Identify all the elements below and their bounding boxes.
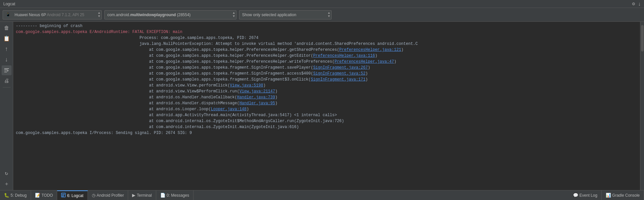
debug-tab[interactable]: 🐛 5: Debug <box>0 190 31 200</box>
app-package-prefix: com.android. <box>107 13 130 17</box>
debug-icon: 🐛 <box>4 193 9 198</box>
tab-spacer <box>194 190 569 200</box>
scrollbar[interactable] <box>640 22 644 190</box>
tab-right-items: 💬 Event Log 📊 Gradle Console <box>569 190 644 200</box>
svg-rect-4 <box>62 194 65 195</box>
sidebar: 🗑 📋 ↑ ↓ 🖨 ↻ ＋ <box>0 22 13 190</box>
title-bar: Logcat ⚙ ↓ <box>0 0 644 8</box>
log-line: at android.os.Looper.loop(Looper.java:14… <box>16 106 637 112</box>
messages-icon: 📄 <box>160 193 165 198</box>
logcat-icon <box>61 193 66 198</box>
todo-icon: 📝 <box>35 193 40 198</box>
device-selector[interactable]: 📱 Huawei Nexus 6P Android 7.1.2, API 25 … <box>3 10 102 19</box>
download-icon[interactable]: ↓ <box>638 1 641 7</box>
svg-rect-6 <box>62 196 64 197</box>
refresh-button[interactable]: ↻ <box>2 168 12 178</box>
gradle-console-tab-label: Gradle Console <box>612 193 640 198</box>
title-bar-left: Logcat <box>3 2 15 6</box>
settings-icon[interactable]: ⚙ <box>632 2 635 6</box>
app-selector-arrows: ▲▼ <box>233 12 235 18</box>
terminal-icon: ▶ <box>132 193 135 198</box>
gradle-icon: 📊 <box>606 193 611 198</box>
log-line: at com.google.samples.apps.topeka.fragme… <box>16 71 637 77</box>
profiler-tab-label: Android Profiler <box>97 193 124 198</box>
logcat-tab-label: 6: Logcat <box>67 193 83 198</box>
log-line: at com.android.internal.os.ZygoteInit$Me… <box>16 118 637 124</box>
filter-selector-text: Show only selected application <box>239 13 304 17</box>
app-package-bold: multiwindowplayground <box>130 13 176 17</box>
svg-rect-2 <box>4 72 7 72</box>
log-line: java.lang.NullPointerException: Attempt … <box>16 41 637 47</box>
scrollbar-thumb[interactable] <box>641 25 644 51</box>
log-line: at android.os.Handler.handleCallback(Han… <box>16 94 637 100</box>
todo-tab-label: TODO <box>42 193 53 198</box>
profiler-icon: ◷ <box>92 193 95 198</box>
log-content[interactable]: --------- beginning of crashcom.google.s… <box>13 22 640 190</box>
device-name: Huawei Nexus 6P <box>15 13 46 17</box>
app-selector[interactable]: com.android.multiwindowplayground (28554… <box>104 10 236 19</box>
log-line: at android.view.View$PerformClick.run(Vi… <box>16 88 637 94</box>
terminal-tab[interactable]: ▶ Terminal <box>128 190 156 200</box>
log-line: at com.google.samples.apps.topeka.helper… <box>16 59 637 65</box>
print-button[interactable]: 🖨 <box>2 76 12 86</box>
filter-selector-arrows: ▲▼ <box>328 12 330 18</box>
log-line: at android.os.Handler.dispatchMessage(Ha… <box>16 100 637 106</box>
toolbar: 📱 Huawei Nexus 6P Android 7.1.2, API 25 … <box>0 8 644 22</box>
logcat-tab[interactable]: 6: Logcat <box>57 190 88 200</box>
log-line: at com.google.samples.apps.topeka.helper… <box>16 53 637 59</box>
debug-tab-label: 5: Debug <box>11 193 27 198</box>
clear-logcat-button[interactable]: 🗑 <box>2 23 12 33</box>
device-selector-arrows: ▲▼ <box>98 12 100 18</box>
todo-tab[interactable]: 📝 TODO <box>31 190 57 200</box>
app-pid: (28554) <box>177 13 191 17</box>
app-selector-text: com.android.multiwindowplayground (28554… <box>105 13 198 17</box>
log-line: at com.google.samples.apps.topeka.helper… <box>16 47 637 53</box>
log-line: at com.google.samples.apps.topeka.fragme… <box>16 65 637 71</box>
device-icon: 📱 <box>3 12 11 17</box>
svg-rect-0 <box>4 68 9 69</box>
device-api: Android 7.1.2, API 25 <box>47 13 84 17</box>
log-line: Process: com.google.samples.apps.topeka,… <box>16 35 637 41</box>
messages-tab[interactable]: 📄 0: Messages <box>156 190 194 200</box>
svg-rect-5 <box>62 195 64 196</box>
profiler-tab[interactable]: ◷ Android Profiler <box>88 190 128 200</box>
scroll-down-button[interactable]: ↓ <box>2 55 12 65</box>
log-line: com.google.samples.apps.topeka I/Process… <box>16 130 637 136</box>
scroll-to-end-button[interactable]: 📋 <box>2 34 12 44</box>
bottom-tabs: 🐛 5: Debug 📝 TODO 6: Logcat ◷ Android Pr… <box>0 190 644 200</box>
log-line: at com.android.internal.os.ZygoteInit.ma… <box>16 124 637 130</box>
main-area: 🗑 📋 ↑ ↓ 🖨 ↻ ＋ --------- beginning of cra… <box>0 22 644 190</box>
event-log-tab-label: Event Log <box>580 193 597 198</box>
terminal-tab-label: Terminal <box>137 193 152 198</box>
log-line: com.google.samples.apps.topeka E/Android… <box>16 29 637 35</box>
add-button[interactable]: ＋ <box>2 179 12 189</box>
log-line: at com.google.samples.apps.topeka.fragme… <box>16 77 637 83</box>
log-line: at android.app.ActivityThread.main(Activ… <box>16 112 637 118</box>
sidebar-bottom: ↻ ＋ <box>2 168 12 189</box>
event-log-tab[interactable]: 💬 Event Log <box>569 190 602 200</box>
soft-wrap-button[interactable] <box>2 65 12 75</box>
device-selector-text: Huawei Nexus 6P Android 7.1.2, API 25 <box>12 13 92 17</box>
sidebar-divider <box>3 87 11 87</box>
gradle-console-tab[interactable]: 📊 Gradle Console <box>602 190 644 200</box>
messages-tab-label: 0: Messages <box>167 193 189 198</box>
log-line: at android.view.View.performClick(View.j… <box>16 83 637 88</box>
logcat-title: Logcat <box>3 2 15 6</box>
title-bar-right: ⚙ ↓ <box>632 1 641 7</box>
filter-selector[interactable]: Show only selected application ▲▼ <box>239 10 332 19</box>
scroll-up-button[interactable]: ↑ <box>2 44 12 54</box>
event-log-icon: 💬 <box>573 193 578 198</box>
log-line: --------- beginning of crash <box>16 23 637 29</box>
svg-rect-1 <box>4 70 8 70</box>
